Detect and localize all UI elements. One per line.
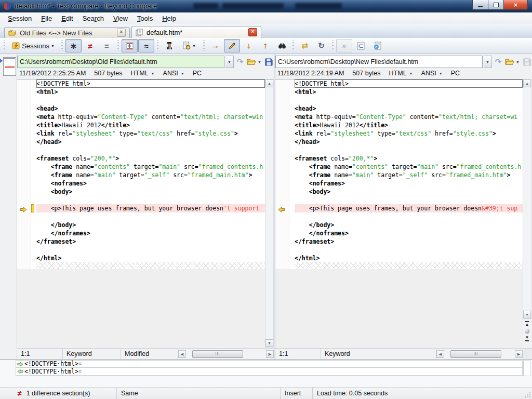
scroll-down-icon[interactable]: ▼	[265, 339, 273, 347]
line-details-button[interactable]: 1 2	[353, 39, 369, 52]
left-session-rotate-icon[interactable]: ↷	[235, 56, 245, 68]
tab-default-htm[interactable]: default.htm* ×	[131, 26, 261, 38]
left-code-line[interactable]: <frame name="main" target="_self" src="f…	[36, 171, 265, 179]
tab-close-icon[interactable]: ×	[117, 29, 126, 37]
left-code-line[interactable]: <link rel="stylesheet" type="text/css" h…	[36, 129, 265, 138]
menu-session[interactable]: Session	[3, 13, 36, 24]
scrollbar-thumb[interactable]	[192, 350, 243, 358]
show-same-button[interactable]: =	[99, 39, 115, 52]
swap-sides-button[interactable]: ⇄	[297, 39, 313, 52]
menu-search[interactable]: Search	[78, 13, 109, 24]
view-in-browser-button[interactable]: e	[369, 39, 385, 52]
left-code-line[interactable]: <!DOCTYPE html>	[36, 79, 265, 88]
left-browse-dropdown[interactable]: ▼	[258, 60, 262, 64]
right-code-line[interactable]: <!DOCTYPE html>	[295, 79, 523, 88]
current-position-icon[interactable]	[525, 329, 529, 334]
right-browse-button[interactable]	[504, 56, 515, 68]
left-editor[interactable]: <!DOCTYPE html><html><head><meta http-eq…	[17, 79, 265, 348]
left-code-line[interactable]	[36, 212, 265, 221]
left-vertical-scrollbar[interactable]: ▲ ▼	[265, 79, 274, 348]
rules-button[interactable]	[161, 39, 177, 52]
copy-to-right-button[interactable]: →	[207, 39, 223, 52]
right-code-line[interactable]: <frame name="main" target="_self" src="f…	[295, 171, 523, 179]
right-code-line[interactable]: </head>	[295, 138, 523, 146]
right-code-line[interactable]: <p>This page uses frames, but your brows…	[295, 204, 523, 212]
left-browse-button[interactable]	[246, 56, 257, 68]
right-vertical-scrollbar[interactable]: ▲ ▼	[523, 79, 531, 319]
left-code-line[interactable]: </noframes>	[36, 229, 265, 237]
resize-grip[interactable]	[525, 392, 531, 398]
menu-file[interactable]: File	[36, 13, 57, 24]
right-encoding-select[interactable]: ANSI ▼	[421, 70, 443, 77]
left-save-button[interactable]	[263, 56, 274, 68]
restore-button[interactable]	[488, 0, 503, 10]
close-button[interactable]: ×	[503, 0, 528, 10]
right-editor[interactable]: <!DOCTYPE html><html><head><meta http-eq…	[275, 79, 523, 348]
detail-row[interactable]: <!DOCTYPE·html>¤	[16, 368, 523, 376]
right-save-button[interactable]	[522, 56, 532, 68]
left-code-line[interactable]: <frame name="contents" target="main" src…	[36, 163, 265, 171]
ignore-unimportant-button[interactable]: ≈	[138, 39, 154, 52]
left-code-line[interactable]: </frameset>	[36, 237, 265, 246]
left-code-line[interactable]: <title>Hawaii 2012</title>	[36, 121, 265, 129]
report-button[interactable]: ▼	[178, 39, 201, 52]
minimize-button[interactable]	[472, 0, 488, 10]
find-button[interactable]	[274, 39, 290, 52]
previous-difference-button[interactable]: ↑	[257, 39, 273, 52]
left-code-line[interactable]: <frameset cols="200,*">	[36, 154, 265, 163]
scroll-left-icon[interactable]: ◀	[436, 350, 444, 358]
last-difference-button[interactable]: ▼	[525, 336, 529, 341]
menu-help[interactable]: Help	[157, 13, 181, 24]
first-difference-button[interactable]: ▲	[525, 321, 529, 327]
right-code-line[interactable]: <link rel="stylesheet" type="text/css" h…	[295, 129, 523, 138]
right-code-line[interactable]: </noframes>	[295, 229, 523, 237]
right-code-line[interactable]	[295, 146, 523, 154]
right-code-line[interactable]: <frame name="contents" target="main" src…	[295, 163, 523, 171]
right-code-line[interactable]: <body>	[295, 188, 523, 196]
left-code-line[interactable]: <body>	[36, 188, 265, 196]
next-difference-button[interactable]: ↓	[241, 39, 257, 52]
left-code-line[interactable]	[36, 246, 265, 254]
scroll-down-icon[interactable]: ▼	[523, 311, 531, 318]
left-encoding-select[interactable]: ANSI ▼	[163, 70, 184, 77]
right-code-line[interactable]	[295, 196, 523, 204]
left-format-select[interactable]: HTML ▼	[131, 70, 155, 77]
left-code-line[interactable]: <meta http-equiv="Content-Type" content=…	[36, 113, 265, 121]
left-code-line[interactable]: </body>	[36, 221, 265, 229]
right-code-line[interactable]: <head>	[295, 104, 523, 113]
left-code-line[interactable]: <head>	[36, 104, 265, 113]
right-path-input[interactable]	[275, 56, 483, 68]
right-code-line[interactable]: <frameset cols="200,*">	[295, 154, 523, 163]
left-path-input[interactable]	[17, 56, 224, 68]
right-session-rotate-icon[interactable]: ↷	[493, 56, 503, 68]
left-path-dropdown[interactable]: ▼	[225, 56, 234, 68]
left-horizontal-scrollbar[interactable]: ◀ ▶	[178, 349, 274, 359]
menu-edit[interactable]: Edit	[57, 13, 77, 24]
left-code-line[interactable]: <p>This page uses frames, but your brows…	[36, 204, 265, 212]
left-code-line[interactable]	[36, 96, 265, 104]
detail-row[interactable]: <!DOCTYPE·html>¤	[16, 360, 523, 368]
left-code-line[interactable]: </html>	[36, 254, 265, 262]
right-code-line[interactable]	[295, 212, 523, 221]
right-format-select[interactable]: HTML ▼	[389, 70, 413, 77]
show-context-button[interactable]	[122, 39, 138, 52]
reload-button[interactable]: ↻	[313, 39, 329, 52]
menu-tools[interactable]: Tools	[132, 13, 157, 24]
right-code-line[interactable]: <title>Hawaii 2012</title>	[295, 121, 523, 129]
right-code-line[interactable]: <html>	[295, 88, 523, 96]
right-code-line[interactable]	[295, 96, 523, 104]
right-code-line[interactable]: <meta http-equiv="Content-Type" content=…	[295, 113, 523, 121]
show-all-button[interactable]: ∗	[65, 39, 82, 52]
menu-view[interactable]: View	[109, 13, 132, 24]
tab-session-old-new-files[interactable]: Old Files <--> New Files ×	[4, 27, 130, 38]
left-code-line[interactable]	[36, 146, 265, 154]
sessions-button[interactable]: Sessions ▼	[8, 39, 59, 52]
right-path-dropdown[interactable]: ▼	[484, 56, 492, 68]
right-code-line[interactable]: <noframes>	[295, 179, 523, 188]
right-code-line[interactable]: </html>	[295, 254, 523, 262]
left-code-line[interactable]: <html>	[36, 88, 265, 96]
tab-close-icon[interactable]: ×	[248, 28, 257, 36]
edit-mode-button[interactable]	[224, 39, 240, 52]
scroll-up-icon[interactable]: ▲	[523, 79, 531, 87]
scroll-up-icon[interactable]: ▲	[265, 79, 273, 87]
